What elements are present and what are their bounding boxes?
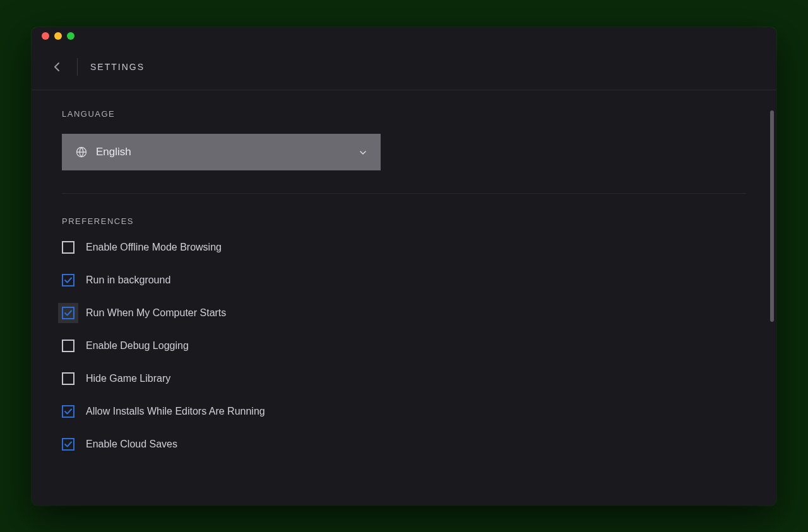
page-title: SETTINGS — [90, 62, 145, 72]
window-maximize-button[interactable] — [67, 32, 74, 40]
preference-row: Run When My Computer Starts — [62, 307, 746, 319]
preference-label: Enable Cloud Saves — [86, 439, 177, 450]
checkbox[interactable] — [62, 372, 74, 385]
scrollbar-thumb[interactable] — [770, 110, 774, 322]
header-divider — [77, 58, 78, 76]
section-divider — [62, 193, 746, 194]
preference-row: Run in background — [62, 274, 746, 287]
preference-label: Run When My Computer Starts — [86, 307, 226, 319]
preference-label: Allow Installs While Editors Are Running — [86, 406, 265, 417]
chevron-left-icon — [54, 62, 60, 72]
check-icon — [64, 277, 72, 283]
preference-row: Hide Game Library — [62, 372, 746, 385]
preference-label: Enable Offline Mode Browsing — [86, 242, 222, 253]
content-area: LANGUAGE English PREFERENCES Enable Offl… — [32, 90, 776, 505]
language-select[interactable]: English — [62, 134, 381, 170]
back-button[interactable] — [49, 59, 64, 74]
preference-row: Enable Offline Mode Browsing — [62, 241, 746, 254]
language-value: English — [96, 146, 359, 158]
preferences-list: Enable Offline Mode BrowsingRun in backg… — [62, 241, 746, 451]
preference-row: Allow Installs While Editors Are Running — [62, 405, 746, 418]
window-minimize-button[interactable] — [54, 32, 62, 40]
chevron-down-icon — [359, 146, 367, 158]
window-titlebar — [32, 27, 776, 45]
check-icon — [64, 310, 72, 316]
language-section-label: LANGUAGE — [62, 109, 746, 119]
checkbox[interactable] — [62, 307, 74, 319]
checkbox[interactable] — [62, 438, 74, 451]
check-icon — [64, 408, 72, 415]
preference-label: Hide Game Library — [86, 373, 170, 384]
page-header: SETTINGS — [32, 45, 776, 90]
preference-row: Enable Cloud Saves — [62, 438, 746, 451]
checkbox[interactable] — [62, 405, 74, 418]
preference-label: Run in background — [86, 275, 170, 286]
checkbox[interactable] — [62, 274, 74, 287]
preference-label: Enable Debug Logging — [86, 340, 189, 352]
window-close-button[interactable] — [42, 32, 49, 40]
checkbox[interactable] — [62, 340, 74, 352]
checkbox[interactable] — [62, 241, 74, 254]
globe-icon — [76, 146, 87, 158]
check-icon — [64, 441, 72, 447]
app-window: SETTINGS LANGUAGE English PREFERENCES En… — [32, 27, 776, 505]
preferences-section-label: PREFERENCES — [62, 216, 746, 226]
preference-row: Enable Debug Logging — [62, 340, 746, 352]
